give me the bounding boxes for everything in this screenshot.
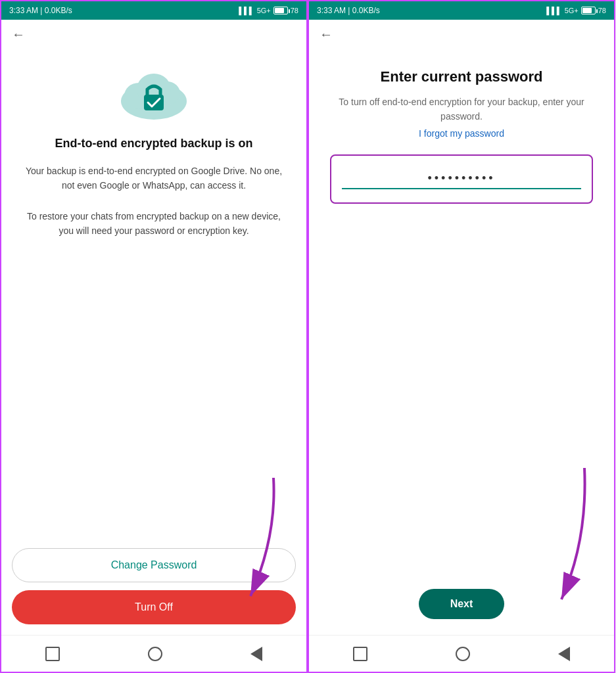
right-back-triangle-icon[interactable] — [558, 647, 570, 661]
left-screen: 3:33 AM | 0.0KB/s ▌▌▌ 5G+ 78 ← End-to-en… — [0, 0, 308, 673]
left-time: 3:33 AM | 0.0KB/s — [9, 6, 72, 15]
battery-label: 78 — [291, 7, 298, 14]
right-recents-circle-icon[interactable] — [456, 647, 470, 661]
right-battery-icon — [581, 7, 596, 14]
battery-icon — [273, 7, 288, 14]
left-body1: Your backup is end-to-end encrypted on G… — [22, 164, 285, 193]
recents-circle-icon[interactable] — [148, 647, 162, 661]
right-status-bar: 3:33 AM | 0.0KB/s ▌▌▌ 5G+ 78 — [309, 1, 614, 20]
password-input-container — [330, 154, 593, 204]
back-triangle-icon[interactable] — [250, 647, 262, 661]
forgot-password-link[interactable]: I forgot my password — [419, 128, 504, 139]
right-time: 3:33 AM | 0.0KB/s — [317, 6, 380, 15]
right-back-button[interactable]: ← — [320, 27, 333, 42]
right-screen: 3:33 AM | 0.0KB/s ▌▌▌ 5G+ 78 ← Enter cur… — [308, 0, 615, 673]
right-nav-bar: ← — [309, 20, 614, 49]
right-bottom-area: Next — [309, 589, 614, 635]
turn-off-button[interactable]: Turn Off — [12, 590, 296, 624]
signal-icon: ▌▌▌ — [239, 7, 254, 14]
right-home-square-icon[interactable] — [353, 647, 367, 661]
back-button[interactable]: ← — [12, 27, 25, 42]
signal-type: 5G+ — [257, 7, 271, 14]
home-square-icon[interactable] — [45, 647, 60, 661]
right-signal-type: 5G+ — [565, 7, 579, 14]
right-signal-icon: ▌▌▌ — [546, 7, 561, 14]
password-input[interactable] — [342, 169, 581, 189]
left-nav-bar: ← — [1, 20, 306, 49]
right-title: Enter current password — [381, 68, 543, 85]
left-screen-content: End-to-end encrypted backup is on Your b… — [1, 49, 306, 548]
right-nav-bottom — [309, 635, 614, 672]
right-subtitle: To turn off end-to-end encryption for yo… — [330, 95, 593, 124]
change-password-button[interactable]: Change Password — [12, 548, 296, 582]
left-nav-bottom — [1, 635, 306, 672]
left-status-icons: ▌▌▌ 5G+ 78 — [239, 7, 298, 14]
right-screen-content: Enter current password To turn off end-t… — [309, 49, 614, 589]
next-button[interactable]: Next — [419, 589, 505, 619]
left-status-bar: 3:33 AM | 0.0KB/s ▌▌▌ 5G+ 78 — [1, 1, 306, 20]
lock-cloud-icon — [118, 62, 190, 121]
left-title: End-to-end encrypted backup is on — [55, 137, 252, 151]
left-body2: To restore your chats from encrypted bac… — [22, 209, 285, 239]
right-status-icons: ▌▌▌ 5G+ 78 — [546, 7, 606, 14]
right-battery-label: 78 — [598, 7, 606, 14]
bottom-buttons: Change Password Turn Off — [1, 548, 306, 635]
